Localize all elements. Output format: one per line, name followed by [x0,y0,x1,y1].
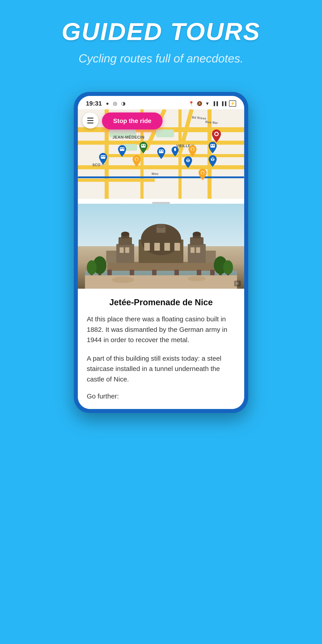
poi-title: Jetée-Promenade de Nice [87,298,235,307]
poi-description-2: A part of this building still exists tod… [87,353,235,384]
svg-rect-39 [188,244,206,263]
svg-point-62 [87,260,96,274]
signal2-icon: ▐▐ [220,101,226,106]
svg-rect-51 [190,247,194,253]
svg-rect-43 [106,251,116,263]
svg-point-42 [193,232,201,236]
hamburger-icon [87,118,94,124]
bell-icon: 🔕 [197,101,202,106]
info-panel: Jetée-Promenade de Nice At this place th… [78,289,244,409]
svg-rect-44 [206,251,216,263]
status-time: 19:31 [86,100,102,107]
phone-screen: 19:31 ● ◎ ◑ 📍 🔕 ▼ ▐▐ ▐▐ ⚡ [78,96,244,409]
status-bar: 19:31 ● ◎ ◑ 📍 🔕 ▼ ▐▐ ▐▐ ⚡ [78,96,244,109]
svg-rect-35 [116,244,134,263]
map-label-sco: SCO [92,163,100,167]
svg-rect-67 [85,275,237,289]
park3 [156,130,174,137]
svg-rect-49 [120,247,124,253]
svg-rect-47 [164,243,170,251]
header-section: GUIDED TOURS Cycling routes full of anec… [0,0,322,74]
road-h3 [100,154,244,157]
svg-rect-30 [107,262,215,271]
map-label-bd-risso: Bd Risso [192,116,206,120]
signal1-icon: ▐▐ [212,101,218,106]
photo-credit: © [234,281,241,286]
svg-point-38 [121,232,129,236]
location-icon: 📍 [188,101,194,106]
page-subtitle: Cycling routes full of anecdotes. [9,52,313,65]
road-v3 [178,109,182,199]
svg-rect-50 [125,247,129,253]
svg-rect-40 [190,237,204,245]
map-label-jean-medecin: JEAN-MÉDECIN [112,135,144,140]
poi-photo: © [78,204,244,289]
status-right-icons: 📍 🔕 ▼ ▐▐ ▐▐ ⚡ [188,100,236,107]
svg-point-34 [156,224,166,228]
map-route-line [78,176,244,178]
road-h4 [78,165,244,169]
svg-rect-52 [196,247,200,253]
park2 [122,144,137,151]
map-area: JEAN-MÉDECIN VIEILLE V SCO Bd Risso Rue … [78,109,244,199]
maps-app-icon: ◑ [121,100,126,106]
svg-point-68 [112,276,134,283]
svg-point-69 [188,276,206,281]
svg-rect-48 [174,243,180,251]
poi-go-further: Go further: [87,392,235,400]
svg-rect-46 [154,243,160,251]
whatsapp-icon: ● [106,100,109,106]
poi-description-1: At this place there was a floating casin… [87,314,235,345]
map-label-rue-bar: Rue Bar [205,120,218,125]
map-label-mou: Mou [152,172,158,176]
messenger-icon: ◎ [113,100,117,106]
stop-ride-button[interactable]: Stop the ride [102,112,162,130]
menu-button[interactable] [82,112,98,128]
svg-rect-36 [118,237,132,245]
svg-rect-45 [144,243,150,251]
road-h2 [78,141,244,145]
battery-icon: ⚡ [229,100,236,107]
page-title: GUIDED TOURS [9,18,313,45]
map-label-vieille: VIEILLE V [176,144,194,148]
phone-mockup: 19:31 ● ◎ ◑ 📍 🔕 ▼ ▐▐ ▐▐ ⚡ [74,92,248,413]
wifi-icon: ▼ [205,101,210,106]
building-svg [85,222,237,289]
drag-handle[interactable] [152,202,170,204]
svg-point-66 [223,260,233,274]
photo-credit-text: © [236,282,238,285]
